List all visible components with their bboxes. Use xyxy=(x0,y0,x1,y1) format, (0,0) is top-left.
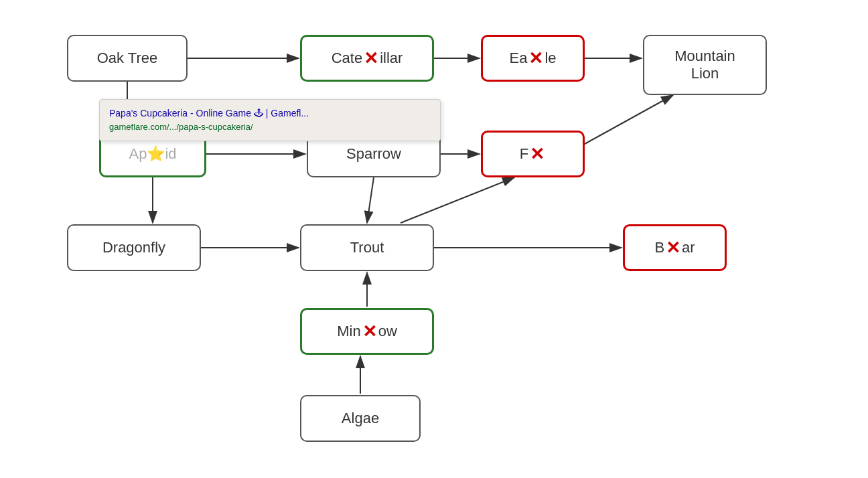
node-aphid-label: Ap xyxy=(129,145,147,163)
node-eagle-label2: le xyxy=(545,50,556,67)
node-bear-label: B xyxy=(654,239,664,256)
node-oak-tree-label: Oak Tree xyxy=(97,50,157,67)
aphid-star-icon: ⭐ xyxy=(147,145,165,163)
node-minnow-label: Min xyxy=(337,323,360,340)
node-bear[interactable]: B✕ar xyxy=(623,224,727,271)
fox-x-icon: ✕ xyxy=(530,144,545,165)
tooltip-title: Papa's Cupcakeria - Online Game 🕹 | Game… xyxy=(109,106,431,121)
node-dragonfly-label: Dragonfly xyxy=(102,239,165,256)
node-bear-label2: ar xyxy=(682,239,695,256)
bear-x-icon: ✕ xyxy=(666,238,680,258)
node-fox-label: F xyxy=(520,145,528,163)
svg-line-12 xyxy=(401,177,514,223)
eagle-x-icon: ✕ xyxy=(528,48,543,69)
node-algae[interactable]: Algae xyxy=(300,395,421,442)
node-trout[interactable]: Trout xyxy=(300,224,434,271)
node-mountain-lion[interactable]: MountainLion xyxy=(643,35,767,95)
node-trout-label: Trout xyxy=(350,239,384,256)
node-caterpillar[interactable]: Cate✕illar xyxy=(300,35,434,82)
node-algae-label: Algae xyxy=(342,410,379,427)
svg-line-10 xyxy=(367,177,374,223)
node-eagle-label: Ea xyxy=(509,50,527,67)
node-caterpillar-label: Cate xyxy=(332,50,362,67)
node-mountain-lion-label: MountainLion xyxy=(674,48,735,82)
minnow-x-icon: ✕ xyxy=(362,321,377,342)
tooltip[interactable]: Papa's Cupcakeria - Online Game 🕹 | Game… xyxy=(99,99,441,141)
node-minnow-label2: ow xyxy=(378,323,397,340)
diagram-container: Oak Tree Cate✕illar Ea✕le MountainLion A… xyxy=(0,0,868,478)
node-fox[interactable]: F✕ xyxy=(481,131,585,177)
node-aphid-label2: id xyxy=(165,145,176,163)
tooltip-url: gameflare.com/.../papa-s-cupcakeria/ xyxy=(109,121,431,134)
svg-line-7 xyxy=(585,95,673,144)
node-eagle[interactable]: Ea✕le xyxy=(481,35,585,82)
node-sparrow-label: Sparrow xyxy=(346,145,401,163)
node-caterpillar-label2: illar xyxy=(380,50,403,67)
node-minnow[interactable]: Min✕ow xyxy=(300,308,434,355)
node-dragonfly[interactable]: Dragonfly xyxy=(67,224,201,271)
node-oak-tree[interactable]: Oak Tree xyxy=(67,35,188,82)
caterpillar-x-icon: ✕ xyxy=(364,48,378,69)
